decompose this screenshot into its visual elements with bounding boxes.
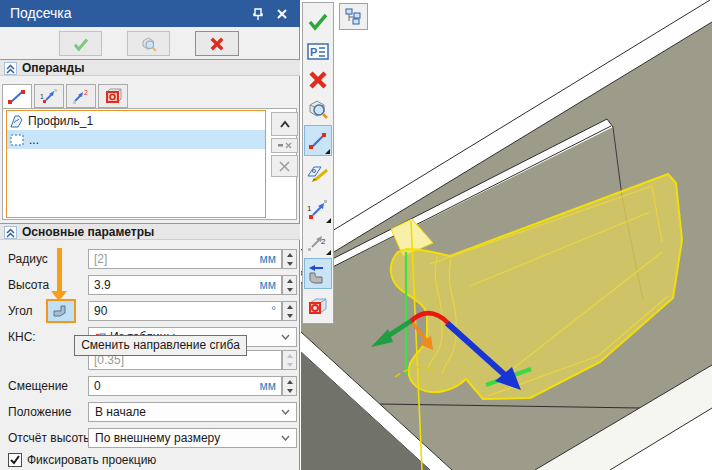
property-panel: Подсечка: [0, 0, 300, 470]
profile-tab-icon: [7, 89, 27, 105]
fix-projection-label: Фиксировать проекцию: [27, 450, 156, 470]
section-header-operands[interactable]: Операнды: [0, 59, 300, 76]
sketch-profile-icon: [10, 114, 23, 128]
check-icon: [9, 454, 21, 466]
svg-text:1: 1: [40, 93, 44, 100]
tab-direction2[interactable]: 2: [66, 84, 96, 108]
height-value: 3.9: [94, 278, 111, 292]
pin-icon[interactable]: [250, 6, 266, 22]
remove-item-button[interactable]: [271, 138, 298, 153]
callout-arrow-orange: [57, 248, 62, 291]
delete-icon: [278, 160, 291, 173]
callout-arrow-orange-head: [51, 291, 67, 301]
empty-slot-icon: [10, 134, 24, 146]
select-profile-tool[interactable]: [304, 125, 332, 156]
model-structure-button[interactable]: [339, 3, 368, 30]
angle-label: Угол: [8, 301, 33, 321]
app-window: P: [0, 0, 712, 470]
height-unit: мм: [260, 278, 277, 292]
create-sketch-tool[interactable]: [304, 159, 332, 186]
cancel-button[interactable]: [304, 66, 332, 93]
angle-field[interactable]: 90 °: [88, 301, 282, 321]
flyout-indicator: [326, 250, 331, 255]
cube-zoom-icon: [139, 35, 159, 53]
model-structure-icon: [344, 7, 364, 27]
flip-bend-icon: [52, 303, 70, 319]
flip-bend-direction-button[interactable]: [46, 299, 76, 323]
cancel-button-panel[interactable]: [195, 31, 239, 56]
tab-profile[interactable]: [2, 84, 32, 109]
preview-button[interactable]: [304, 95, 332, 122]
offset-spinner[interactable]: [282, 376, 297, 396]
svg-text:1: 1: [307, 204, 312, 213]
3d-viewport[interactable]: [301, 0, 712, 470]
tab-direction1[interactable]: 1: [34, 84, 64, 108]
radius-label: Радиус: [8, 249, 48, 269]
height-ref-value: По внешнему размеру: [95, 431, 220, 445]
height-ref-label: Отсчёт высоты: [8, 428, 92, 448]
radius-spinner[interactable]: [282, 249, 297, 269]
move-up-icon: [278, 119, 292, 129]
direction2-tool[interactable]: 2: [304, 228, 332, 256]
cube-zoom-icon: [306, 97, 330, 121]
neutral-coef-spinner: [282, 350, 297, 370]
list-item-label: ...: [29, 133, 39, 147]
3d-scene: [301, 0, 712, 470]
checkmark-icon: [306, 9, 330, 33]
direction1-tab-icon: 1: [39, 88, 59, 104]
collapse-icon[interactable]: [4, 226, 17, 239]
checkmark-icon: [71, 35, 91, 53]
height-label: Высота: [8, 275, 49, 295]
properties-button[interactable]: P: [304, 39, 332, 65]
red-section-cube-icon: [306, 295, 330, 319]
properties-icon: P: [306, 40, 330, 64]
radius-field[interactable]: [2] мм: [88, 249, 282, 269]
angle-value: 90: [94, 304, 107, 318]
position-dropdown[interactable]: В начале: [88, 402, 297, 422]
ok-button-panel[interactable]: [59, 31, 102, 56]
close-icon[interactable]: [274, 6, 290, 22]
kns-label: КНС:: [8, 327, 36, 347]
move-up-button[interactable]: [271, 112, 298, 136]
position-label: Положение: [8, 402, 71, 422]
bend-direction-icon: [306, 262, 330, 286]
offset-field[interactable]: 0 мм: [88, 376, 282, 396]
flyout-indicator: [325, 149, 330, 154]
offset-value: 0: [94, 379, 101, 393]
panel-title: Подсечка: [10, 0, 72, 27]
section-title: Основные параметры: [22, 225, 154, 240]
radius-value: [2]: [94, 252, 107, 266]
angle-spinner[interactable]: [282, 301, 297, 321]
height-field[interactable]: 3.9 мм: [88, 275, 282, 295]
quick-toolbar: P: [302, 2, 334, 324]
height-spinner[interactable]: [282, 275, 297, 295]
bend-direction-toggle[interactable]: [304, 258, 332, 289]
svg-text:P: P: [310, 46, 317, 58]
ok-button[interactable]: [304, 7, 332, 34]
tooltip-flip-bend: Сменить направление сгиба: [74, 335, 247, 356]
chevron-down-icon: [281, 334, 290, 340]
cancel-icon: [207, 35, 227, 53]
direction2-tab-icon: 2: [71, 88, 91, 104]
preview-button-panel[interactable]: [127, 31, 170, 56]
list-item-label: Профиль_1: [28, 114, 93, 128]
list-item-empty-slot[interactable]: ...: [7, 130, 265, 149]
position-value: В начале: [95, 405, 146, 419]
offset-unit: мм: [260, 379, 277, 393]
svg-text:2: 2: [84, 89, 88, 96]
height-ref-dropdown[interactable]: По внешнему размеру: [88, 428, 297, 448]
delete-all-button[interactable]: [271, 155, 298, 177]
angle-unit: °: [271, 304, 276, 318]
direction1-tool[interactable]: 1: [304, 196, 332, 224]
list-item-profile[interactable]: Профиль_1: [7, 111, 265, 130]
collapse-icon[interactable]: [4, 62, 17, 75]
fix-projection-checkbox[interactable]: [8, 453, 22, 467]
sketch-pencil-icon: [306, 161, 330, 185]
section-header-main-params[interactable]: Основные параметры: [0, 223, 300, 240]
section-tool[interactable]: [304, 292, 332, 321]
tab-section[interactable]: [98, 84, 128, 108]
cancel-icon: [306, 68, 330, 92]
radius-unit: мм: [260, 252, 277, 266]
offset-label: Смещение: [8, 376, 68, 396]
panel-titlebar: Подсечка: [0, 0, 300, 27]
